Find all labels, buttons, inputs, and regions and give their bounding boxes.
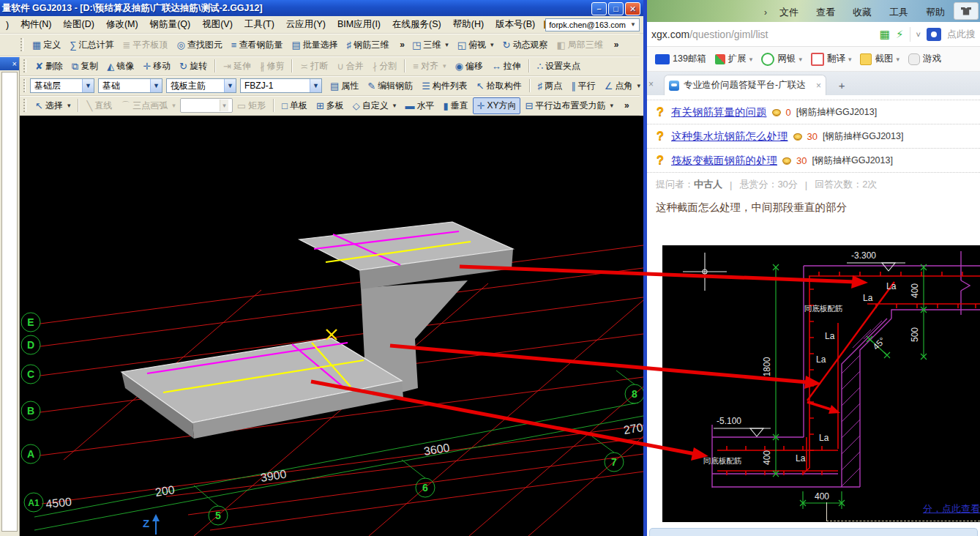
toolbar-button[interactable]: ◇ 自定义 [348,97,401,114]
toolbar-button[interactable]: ☰ 构件列表 [417,78,472,94]
new-tab-button[interactable]: + [832,77,851,93]
browser-menu-item[interactable]: 收藏 [848,4,877,21]
partial-link[interactable]: 分，点此查看 [923,502,980,515]
menu-overflow-icon[interactable]: › [764,7,767,18]
toolbar-button[interactable]: ✎ 编辑钢筋 [363,78,417,94]
browser-menu-item[interactable]: 文件 [774,4,804,21]
toolbar-button[interactable]: ▦ 定义 [28,37,65,53]
close-icon[interactable]: × [647,79,657,95]
browser-menu-item[interactable]: 查看 [811,4,840,21]
toolbar-button[interactable] [273,99,274,112]
toolbar-button[interactable]: » [619,98,632,113]
menu-item[interactable]: 帮助(H) [447,16,490,33]
browser-menu-item[interactable]: 工具 [884,4,913,21]
model-viewport[interactable]: E D C B A A1 5 6 [20,116,643,536]
toolbar-button[interactable]: ◉ 偏移 [450,58,487,75]
bookmark-item[interactable]: 网银 [758,51,806,68]
question-link[interactable]: 有关钢筋算量的问题 [671,105,767,119]
toolbar-button[interactable]: ▬ 水平 [400,97,438,114]
toolbar-button[interactable]: ⇥ 延伸 [219,58,255,75]
toolbar-button[interactable]: ⊟ 平行边布置受力筋 [520,97,617,114]
toolbar-button[interactable]: ∤ 分割 [368,58,402,75]
menu-item[interactable]: 云应用(Y) [280,16,332,33]
toolbar-button[interactable]: ✘ 删除 [31,58,67,75]
toolbar-button[interactable]: ◳ 三维 [408,37,453,53]
question-link[interactable]: 筏板变截面钢筋的处理 [671,154,777,168]
toolbar-button[interactable]: ◧ 局部三维 [552,37,607,53]
bookmark-item[interactable]: 游戏 [905,51,945,67]
menu-item[interactable]: 绘图(D) [58,16,100,33]
toolbar-button[interactable]: ▮ 垂直 [438,97,472,114]
toolbar-button[interactable]: ⊞ 多板 [312,97,348,114]
menu-item[interactable]: 版本号(B) [490,16,541,33]
tab-active[interactable]: 专业造价问题答疑平台-广联达 × [664,75,826,95]
toolbar-button[interactable]: ∥ 平行 [566,78,600,94]
bookmark-item[interactable]: 扩展 [711,51,757,67]
toolbar-button[interactable]: » [394,37,408,52]
toolbar-button[interactable]: ▭ 矩形 [233,97,270,114]
toolbar-button[interactable]: ↻ 动态观察 [498,37,553,53]
toolbar-button[interactable]: ▤ 批量选择 [287,37,342,53]
skin-button[interactable] [954,2,979,20]
minimize-button[interactable]: – [591,2,607,15]
close-icon[interactable]: × [12,59,17,68]
toolbar-button[interactable]: ♯ 钢筋三维 [343,37,394,53]
toolbar-button[interactable] [180,98,233,113]
toolbar-grip[interactable] [23,79,26,92]
toolbar-button[interactable]: ♯ 两点 [534,78,567,94]
toolbar-button[interactable]: ↖ 拾取构件 [472,78,526,94]
menu-item[interactable]: 在线服务(S) [386,16,447,33]
menu-item[interactable]: BIM应用(I) [332,16,386,33]
toolbar-button[interactable]: » [609,37,622,52]
toolbar-button[interactable]: ↔ 拉伸 [487,58,525,75]
ggj-titlebar[interactable]: 量软件 GGJ2013 - [D:\预结算及抽筋\广联达抽筋\测试-2.GGJ1… [0,0,643,16]
toolbar-button[interactable]: ◱ 俯视 [453,37,498,53]
toolbar-grip[interactable] [23,99,26,112]
question-link[interactable]: 这种集水坑钢筋怎么处理 [671,130,788,144]
account-dropdown[interactable]: forpk.chen@163.com ▼ [545,18,640,31]
toolbar-button[interactable]: ↖ 选择 [31,97,75,114]
filter-select[interactable]: 基础层 ▼ [30,78,94,93]
toolbar-button[interactable]: ↻ 旋转 [175,58,212,75]
menu-item[interactable]: 修改(M) [100,16,144,33]
toolbar-button[interactable]: ╲ 直线 [82,97,116,114]
toolbar-button[interactable] [529,79,531,92]
toolbar-button[interactable]: ✛ 移动 [138,58,175,75]
toolbar-button[interactable] [528,59,530,72]
toolbar-button[interactable] [291,59,293,72]
toolbar-button[interactable] [78,99,79,112]
search-paw-icon[interactable] [927,28,941,41]
speed-lightning-icon[interactable]: ⚡ [896,28,904,41]
toolbar-grip[interactable] [20,38,23,51]
qr-code-icon[interactable]: ▦ [880,28,890,41]
toolbar-button[interactable]: ≣ 平齐板顶 [119,37,173,53]
bookmark-item[interactable]: 139邮箱 [651,51,710,67]
toolbar-button[interactable]: ∪ 合并 [332,58,368,75]
toolbar-button[interactable] [214,59,216,72]
toolbar-button[interactable] [404,59,405,72]
toolbar-button[interactable]: ⧉ 复制 [67,58,102,75]
toolbar-button[interactable]: ≡ 对齐 [408,58,450,75]
close-button[interactable]: ✕ [625,2,640,15]
toolbar-button[interactable]: ≡ 查看钢筋量 [227,37,288,53]
toolbar-button[interactable]: ◭ 镜像 [102,58,138,75]
toolbar-button[interactable]: ∑ 汇总计算 [65,37,118,53]
maximize-button[interactable]: □ [608,2,624,15]
chevron-down-icon[interactable]: ˅ [916,30,921,39]
toolbar-button[interactable]: ▤ 属性 [326,78,363,94]
address-bar[interactable]: xgx.com/question/giml/list ▦ ⚡ ˅ 点此搜 [647,22,980,47]
toolbar-button[interactable]: ∠ 点角 [600,78,645,94]
tab-close-icon[interactable]: × [816,81,821,91]
toolbar-button[interactable]: ∦ 修剪 [255,58,289,75]
filter-select[interactable]: 筏板主筋 ▼ [166,78,236,93]
reply-bar[interactable] [649,528,978,536]
toolbar-grip[interactable] [23,59,26,72]
browser-menu-item[interactable]: 帮助 [921,4,950,21]
menu-item[interactable]: 视图(V) [196,16,239,33]
toolbar-button[interactable]: ≍ 打断 [296,58,332,75]
toolbar-button[interactable]: ∴ 设置夹点 [533,58,585,75]
bookmark-item[interactable]: 截图 [856,51,903,67]
menu-item[interactable]: 构件(N) [15,16,57,33]
search-hint[interactable]: 点此搜 [947,28,976,41]
filter-select[interactable]: FBZJ-1 ▼ [240,78,322,93]
